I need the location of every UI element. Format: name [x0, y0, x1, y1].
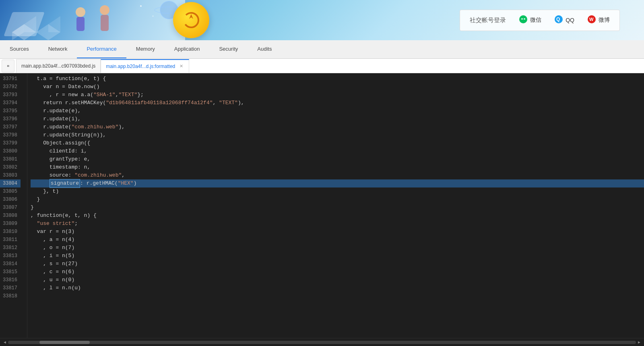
tab-memory[interactable]: Memory: [126, 40, 165, 58]
code-line-33792: var n = Date.now(): [31, 83, 644, 91]
code-line-33796: r.update(i),: [31, 115, 644, 123]
svg-point-11: [140, 5, 142, 7]
tab-audits[interactable]: Audits: [248, 40, 281, 58]
line-number-33806: 33806: [0, 196, 21, 204]
wechat-label: 微信: [530, 16, 541, 24]
code-line-33812: , o = n(7): [31, 244, 644, 252]
code-line-33793: , r = new a.a("SHA-1","TEXT"};: [31, 91, 644, 99]
svg-text:W: W: [589, 17, 594, 22]
code-line-33808: , function(e, t, n) {: [31, 212, 644, 220]
code-line-33814: , s = n(27): [31, 260, 644, 268]
wechat-login[interactable]: 微信: [519, 15, 541, 26]
line-number-33813: 33813: [0, 252, 21, 260]
line-numbers: 3379133792337933379433795337963379733798…: [0, 73, 27, 338]
svg-text:Q: Q: [556, 16, 560, 22]
code-line-33818: [31, 292, 644, 300]
line-number-33797: 33797: [0, 123, 21, 131]
line-number-33796: 33796: [0, 115, 21, 123]
line-number-33799: 33799: [0, 139, 21, 147]
line-number-33809: 33809: [0, 220, 21, 228]
code-line-33806: }: [31, 196, 644, 204]
line-number-33807: 33807: [0, 204, 21, 212]
line-number-33803: 33803: [0, 171, 21, 179]
scroll-right-button[interactable]: ►: [636, 339, 642, 346]
svg-point-17: [521, 18, 523, 19]
file-tabs-bar: ▫ main.app.b20a4f...c907093bded.js main.…: [0, 59, 644, 73]
banner-illustration: [0, 0, 185, 40]
weibo-login[interactable]: W 微博: [587, 15, 610, 26]
bubble-svg: [181, 10, 201, 30]
weibo-label: 微博: [599, 16, 610, 24]
wechat-icon: [519, 15, 528, 26]
line-number-33811: 33811: [0, 236, 21, 244]
top-banner: 社交帐号登录 微信 Q QQ W 微博: [0, 0, 644, 40]
code-line-33794: return r.setHMACKey("d1b964811afb40118a1…: [31, 99, 644, 107]
weibo-icon: W: [587, 15, 596, 26]
file-tab-2-close[interactable]: ✕: [178, 64, 184, 69]
code-editor: 3379133792337933379433795337963379733798…: [0, 73, 644, 338]
svg-marker-15: [189, 14, 193, 19]
svg-marker-4: [48, 16, 60, 32]
svg-rect-6: [76, 17, 85, 31]
line-number-33805: 33805: [0, 187, 21, 196]
code-line-33795: r.update(e),: [31, 107, 644, 115]
code-line-33810: var r = n(3): [31, 228, 644, 236]
horizontal-scrollbar[interactable]: ◄ ►: [0, 338, 644, 346]
file-tab-2[interactable]: main.app.b20a4f...d.js:formatted ✕: [101, 59, 189, 73]
svg-marker-1: [24, 16, 36, 32]
svg-rect-8: [101, 15, 109, 31]
code-line-33809: "use strict";: [31, 220, 644, 228]
code-line-33815: , c = n(6): [31, 268, 644, 276]
svg-point-16: [519, 15, 527, 23]
line-number-33793: 33793: [0, 91, 21, 99]
line-number-33808: 33808: [0, 212, 21, 220]
line-number-33791: 33791: [0, 75, 21, 83]
code-line-33802: timestamp: n,: [31, 163, 644, 171]
banner-art: [0, 0, 185, 40]
line-number-33792: 33792: [0, 83, 21, 91]
line-number-33812: 33812: [0, 244, 21, 252]
tab-sources[interactable]: Sources: [0, 40, 39, 58]
line-number-33810: 33810: [0, 228, 21, 236]
line-number-33804: 33804: [0, 179, 21, 187]
line-number-33817: 33817: [0, 284, 21, 292]
code-line-33813: , i = n(5): [31, 252, 644, 260]
line-number-33800: 33800: [0, 147, 21, 155]
qq-login[interactable]: Q QQ: [554, 15, 574, 26]
line-number-33816: 33816: [0, 276, 21, 284]
file-tab-1-label: main.app.b20a4f...c907093bded.js: [21, 63, 95, 69]
code-line-33803: source: "com.zhihu.web",: [31, 171, 644, 179]
code-line-33801: grantType: e,: [31, 155, 644, 163]
code-line-33807: }: [31, 204, 644, 212]
tab-security[interactable]: Security: [209, 40, 248, 58]
file-tab-2-label: main.app.b20a4f...d.js:formatted: [106, 64, 175, 69]
code-line-33797: r.update("com.zhihu.web"),: [31, 123, 644, 131]
devtools-tabs-bar: Sources Network Performance Memory Appli…: [0, 40, 644, 59]
sidebar-toggle-button[interactable]: ▫: [2, 60, 14, 72]
code-line-33799: Object.assign({: [31, 139, 644, 147]
code-line-33811: , a = n(4): [31, 236, 644, 244]
line-number-33818: 33818: [0, 292, 21, 300]
line-number-33815: 33815: [0, 268, 21, 276]
scroll-left-button[interactable]: ◄: [2, 339, 8, 346]
svg-point-5: [76, 7, 85, 17]
code-line-33798: r.update(String(n)),: [31, 131, 644, 139]
scrollbar-thumb[interactable]: [39, 341, 90, 344]
file-tab-1[interactable]: main.app.b20a4f...c907093bded.js: [16, 59, 101, 73]
tab-performance[interactable]: Performance: [77, 40, 126, 58]
sidebar-toggle-icon: ▫: [7, 62, 9, 70]
code-line-33791: t.a = function(e, t) {: [31, 75, 644, 83]
code-lines: t.a = function(e, t) { var n = Date.now(…: [27, 73, 644, 338]
qq-label: QQ: [566, 17, 574, 23]
scrollbar-track[interactable]: [8, 341, 636, 344]
tab-application[interactable]: Application: [165, 40, 210, 58]
tab-network[interactable]: Network: [39, 40, 77, 58]
line-number-33801: 33801: [0, 155, 21, 163]
line-number-33798: 33798: [0, 131, 21, 139]
line-number-33802: 33802: [0, 163, 21, 171]
svg-point-18: [524, 18, 525, 19]
code-line-33804: signature: r.getHMAC("HEX"): [31, 179, 644, 187]
line-number-33794: 33794: [0, 99, 21, 107]
svg-point-7: [100, 5, 109, 15]
code-line-33816: , u = n(0): [31, 276, 644, 284]
